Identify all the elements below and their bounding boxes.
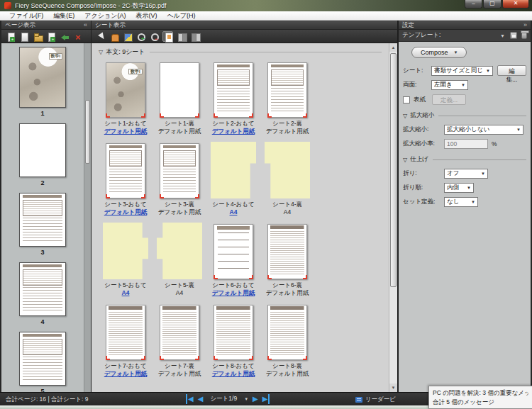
section-collapse-icon[interactable]: ▽ (403, 157, 407, 163)
pan-tool-icon[interactable] (109, 31, 119, 42)
first-sheet-button[interactable]: ◀ (186, 394, 194, 404)
chevron-down-icon: ▼ (467, 186, 471, 190)
save-template-icon[interactable] (510, 32, 517, 39)
minimize-button[interactable]: – (465, 0, 482, 9)
sheet-media-link[interactable]: デフォルト用紙 (212, 289, 255, 297)
sheet-thumbnail[interactable] (160, 305, 199, 360)
sheet-media-link[interactable]: デフォルト用紙 (212, 370, 255, 378)
totals-label: 合計ページ: 16 | 合計シート: 9 (6, 396, 88, 404)
bleed-corner-icon (195, 113, 199, 118)
cover-checkbox[interactable] (403, 96, 410, 103)
scroll-up-icon[interactable]: ▲ (389, 43, 397, 52)
menu-item[interactable]: 表示(V) (131, 11, 162, 21)
edit-sheet-button[interactable]: 編集... (497, 65, 526, 76)
page-thumbnail[interactable] (19, 332, 66, 386)
delete-template-icon[interactable] (521, 32, 527, 39)
move-page-icon[interactable] (59, 31, 70, 42)
sheet-thumbnail[interactable] (103, 223, 148, 279)
sheet-thumbnail[interactable] (214, 224, 253, 279)
sheet-thumbnail[interactable] (211, 142, 256, 198)
menu-item[interactable]: アクション(A) (79, 11, 131, 21)
finish-section-header[interactable]: ▽ 仕上げ (403, 155, 526, 164)
sheet-cell: シート7-裏デフォルト用紙 (153, 303, 206, 379)
page-list-item[interactable]: 数学I1 (19, 47, 66, 117)
sheet-media-label: デフォルト用紙 (266, 370, 309, 378)
sheet-media-link[interactable]: デフォルト用紙 (212, 128, 255, 135)
previous-sheet-button[interactable]: ◀ (198, 394, 204, 404)
replace-page-icon[interactable] (45, 31, 56, 42)
page-list-item[interactable]: 2 (19, 123, 66, 186)
page-thumbnail[interactable]: 数学I (19, 47, 66, 108)
template-dropdown-icon[interactable]: ▼ (500, 33, 505, 38)
menu-item[interactable]: ヘルプ(H) (162, 11, 200, 21)
expand-settings-panel-button[interactable]: » (523, 21, 527, 29)
page-list-scrollbar[interactable] (84, 43, 91, 392)
sheet-thumbnail[interactable] (214, 62, 253, 118)
menu-item[interactable]: 編集(E) (48, 11, 79, 21)
maximize-button[interactable]: ▢ (483, 0, 501, 9)
page-list-item[interactable]: 4 (19, 262, 66, 325)
close-button[interactable]: ✕ (502, 0, 529, 9)
sheet-media-link[interactable]: A4 (230, 208, 238, 216)
sheet-scrollbar[interactable]: ▲ ▼ (389, 43, 397, 392)
sheet-media-link[interactable]: デフォルト用紙 (104, 370, 148, 378)
page-thumbnail[interactable] (19, 262, 66, 316)
select-tool-icon[interactable] (95, 31, 106, 42)
sheet-thumbnail[interactable] (157, 223, 202, 279)
scale-section-header[interactable]: ▽ 拡大縮小 (403, 111, 526, 120)
sheet-scrollbar-thumb[interactable] (390, 53, 397, 287)
page-scrollbar-thumb[interactable] (85, 100, 90, 164)
sheet-thumbnail[interactable] (267, 224, 307, 279)
sheet-name-label: シート3-おもて (104, 201, 147, 208)
set-define-select[interactable]: なし ▼ (444, 197, 478, 207)
body-section-header[interactable]: ▽ 本文: 9シート (99, 47, 382, 57)
next-sheet-button[interactable]: ▶ (253, 394, 258, 404)
sheet-thumbnail[interactable] (214, 305, 253, 360)
mode-select-button[interactable]: Compose ▼ (411, 47, 467, 58)
fold-order-select[interactable]: 内側 ▼ (444, 183, 474, 193)
collapse-page-panel-button[interactable]: « (84, 21, 87, 29)
zoom-out-tool-icon[interactable] (149, 31, 160, 42)
sheet-thumbnail-area: 数学I (99, 61, 153, 118)
page-list-item[interactable]: 5 (19, 332, 66, 392)
duplex-select[interactable]: 左開き ▼ (431, 80, 468, 90)
section-collapse-icon[interactable]: ▽ (99, 49, 103, 55)
scroll-down-icon[interactable]: ▼ (389, 383, 397, 392)
sheet-media-link[interactable]: デフォルト用紙 (104, 208, 148, 216)
measure-tool-icon[interactable] (122, 31, 133, 42)
sheet-size-select[interactable]: 書類サイズと同じ ▼ (431, 66, 493, 76)
sheet-media-link[interactable]: A4 (122, 289, 130, 297)
bleed-corner-icon (141, 113, 145, 118)
import-page-icon[interactable] (32, 31, 43, 42)
section-collapse-icon[interactable]: ▽ (403, 113, 407, 119)
page-content-view-icon[interactable] (162, 31, 173, 42)
layout-front-icon[interactable] (176, 31, 187, 42)
last-sheet-button[interactable]: ▶ (262, 394, 270, 404)
chevron-down-icon: ▼ (486, 69, 490, 73)
sheet-thumbnail[interactable] (106, 143, 145, 198)
notification-popup[interactable]: PC の問題を解決: 3 個の重要なメッセージ 合計 5 個のメッセージ (428, 386, 532, 409)
settings-content: Compose ▼ シート: 書類サイズと同じ ▼ 編集... 両面: 左開き … (399, 42, 531, 392)
sheet-thumbnail[interactable] (160, 62, 199, 118)
sheet-thumbnail[interactable] (265, 142, 310, 198)
page-thumbnail[interactable] (19, 193, 66, 247)
sheet-thumbnail[interactable] (267, 62, 307, 118)
sheet-thumbnail[interactable] (160, 143, 199, 198)
page-list-item[interactable]: 3 (19, 193, 66, 256)
page-thumbnail[interactable] (19, 123, 66, 177)
sheet-nav-label: シート1/9 (210, 395, 237, 403)
sheet-nav-dropdown-icon[interactable]: ▼ (244, 397, 248, 401)
zoom-in-tool-icon[interactable] (135, 31, 146, 42)
fold-select[interactable]: オフ ▼ (444, 169, 488, 179)
delete-page-icon[interactable] (72, 31, 83, 42)
sheet-thumbnail[interactable] (267, 305, 307, 360)
sheet-thumbnail[interactable]: 数学I (106, 62, 145, 118)
reader-view-control[interactable]: リーダービ (355, 396, 396, 404)
sheet-thumbnail[interactable] (106, 305, 145, 360)
layout-back-icon[interactable] (189, 31, 200, 42)
scale-select[interactable]: 拡大縮小しない ▼ (444, 125, 523, 135)
menu-item[interactable]: ファイル(F) (4, 11, 48, 21)
duplicate-page-icon[interactable] (18, 31, 29, 42)
insert-page-icon[interactable] (5, 31, 16, 42)
sheet-media-link[interactable]: デフォルト用紙 (104, 128, 148, 135)
